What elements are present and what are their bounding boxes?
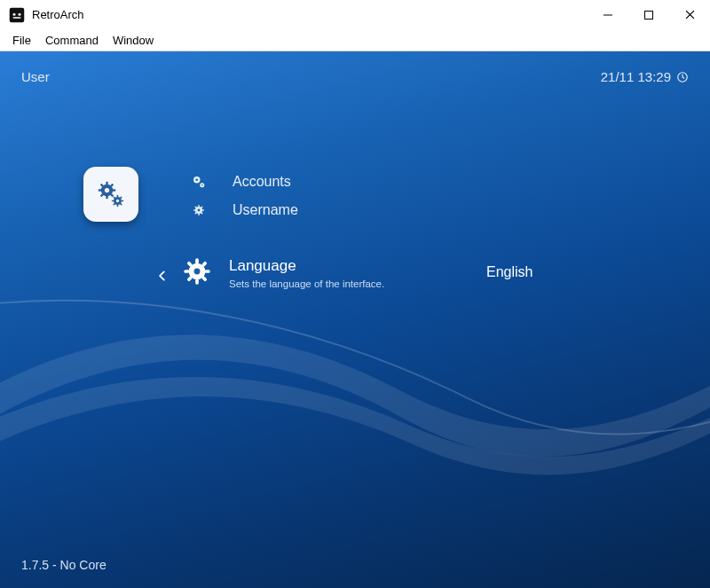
close-button[interactable]	[669, 0, 710, 30]
svg-point-42	[194, 269, 201, 275]
clock-text: 21/11 13:29	[601, 69, 671, 84]
svg-rect-35	[193, 209, 195, 210]
svg-rect-12	[113, 189, 116, 191]
xmb-header: User 21/11 13:29	[21, 69, 689, 84]
option-accounts[interactable]: Accounts	[186, 174, 291, 190]
svg-point-28	[195, 178, 198, 181]
svg-rect-4	[604, 14, 612, 15]
svg-rect-19	[117, 195, 119, 198]
svg-rect-11	[99, 189, 102, 191]
status-footer: 1.7.5 - No Core	[21, 558, 106, 572]
svg-rect-43	[195, 258, 199, 263]
svg-point-32	[198, 209, 201, 212]
svg-point-18	[116, 200, 119, 202]
svg-rect-36	[202, 209, 204, 210]
menu-window[interactable]: Window	[106, 32, 161, 49]
gears-icon	[186, 174, 211, 190]
svg-rect-44	[195, 279, 199, 285]
option-language[interactable]: Language Sets the language of the interf…	[229, 257, 384, 289]
maximize-button[interactable]	[628, 0, 669, 30]
clock-icon	[676, 71, 689, 83]
option-username-label: Username	[233, 202, 298, 218]
retroarch-content: User 21/11 13:29	[0, 51, 710, 588]
option-username[interactable]: Username	[186, 202, 298, 218]
svg-point-30	[201, 184, 203, 186]
svg-rect-21	[112, 200, 114, 202]
chevron-left-icon[interactable]	[156, 268, 169, 288]
svg-rect-0	[10, 7, 25, 22]
gears-icon	[95, 178, 127, 210]
background-wave	[0, 51, 710, 576]
svg-rect-20	[117, 204, 119, 207]
svg-rect-34	[198, 214, 199, 216]
user-category-tile[interactable]	[83, 167, 138, 222]
svg-rect-9	[106, 182, 107, 185]
svg-rect-5	[645, 11, 653, 19]
menubar: File Command Window	[0, 30, 710, 51]
svg-rect-10	[106, 196, 107, 200]
minimize-button[interactable]	[588, 0, 628, 30]
menu-command[interactable]: Command	[38, 32, 106, 49]
option-language-description: Sets the language of the interface.	[229, 278, 384, 289]
clock: 21/11 13:29	[601, 69, 689, 84]
app-icon	[9, 7, 25, 23]
gear-icon	[186, 203, 211, 217]
section-title: User	[21, 69, 50, 84]
svg-rect-46	[205, 270, 210, 273]
option-language-value[interactable]: English	[486, 264, 532, 280]
svg-rect-3	[13, 17, 21, 19]
svg-point-2	[19, 12, 21, 15]
option-language-label: Language	[229, 257, 384, 275]
svg-rect-33	[198, 205, 199, 207]
window-title: RetroArch	[32, 8, 588, 21]
option-accounts-label: Accounts	[233, 174, 291, 190]
svg-point-8	[105, 188, 109, 192]
svg-rect-22	[121, 200, 123, 202]
svg-point-1	[13, 12, 16, 15]
menu-file[interactable]: File	[5, 32, 38, 49]
window-titlebar: RetroArch	[0, 0, 710, 30]
gear-icon	[183, 257, 211, 289]
svg-rect-45	[184, 270, 189, 273]
